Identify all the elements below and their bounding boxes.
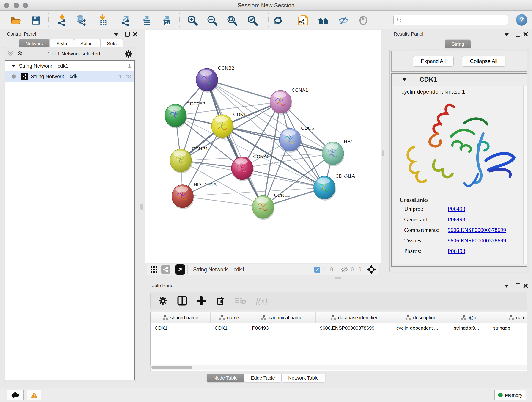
- duplicate-network-button[interactable]: [297, 14, 310, 27]
- node-label-CDC25B: CDC25B: [186, 101, 206, 106]
- hide-selected-button[interactable]: [337, 14, 350, 27]
- tab-style[interactable]: Style: [50, 39, 74, 48]
- column-header-shared-name[interactable]: shared name: [151, 313, 210, 323]
- edge-CCNB2-CCNE1[interactable]: [207, 80, 263, 207]
- column-header-namespace[interactable]: namespace: [489, 313, 527, 323]
- network-tab-panel: 1 of 1 Network selected String Network –…: [4, 47, 136, 382]
- node-CDK1[interactable]: [211, 115, 234, 139]
- first-neighbors-button[interactable]: [317, 14, 330, 27]
- warnings-button[interactable]: [27, 390, 41, 400]
- network-options-gear-icon[interactable]: [124, 50, 133, 58]
- crosslink-link[interactable]: 9606.ENSP00000378699: [448, 237, 506, 244]
- zoom-in-button[interactable]: [186, 14, 199, 27]
- expand-all-button[interactable]: Expand All: [413, 56, 454, 67]
- results-panel-title: Results Panel: [394, 31, 423, 37]
- delete-table-icon[interactable]: [234, 297, 246, 305]
- panel-menu-icon[interactable]: [114, 33, 119, 36]
- section-expander-icon[interactable]: [402, 78, 407, 81]
- import-network-from-database-button[interactable]: [75, 14, 88, 27]
- help-button[interactable]: ?: [516, 14, 527, 26]
- left-splitter-grip[interactable]: [140, 204, 143, 210]
- warning-icon: [30, 392, 38, 399]
- open-session-button[interactable]: [9, 14, 22, 27]
- tab-network-table[interactable]: Network Table: [282, 374, 325, 382]
- table-row[interactable]: CDK1CDK1P064939606.ENSP00000378699cyclin…: [151, 323, 527, 333]
- column-header-name[interactable]: name: [210, 313, 248, 323]
- node-CCNA2[interactable]: [231, 157, 254, 181]
- cloud-status-button[interactable]: [7, 390, 24, 400]
- network-collection-row[interactable]: String Network – cdk1 1: [5, 61, 134, 71]
- column-header--id[interactable]: @id: [450, 313, 489, 323]
- network-node-count: 11: [116, 74, 122, 80]
- node-HIST1H1A[interactable]: [172, 185, 194, 209]
- crosslink-link[interactable]: P06493: [448, 216, 465, 223]
- birds-eye-view-icon[interactable]: [175, 264, 185, 274]
- zoom-selected-button[interactable]: [246, 14, 259, 27]
- export-network-button[interactable]: [119, 14, 132, 27]
- export-table-button[interactable]: [139, 14, 152, 27]
- close-panel-icon[interactable]: [133, 32, 138, 36]
- tab-sets[interactable]: Sets: [100, 39, 123, 48]
- panel-menu-icon[interactable]: [504, 285, 509, 288]
- import-network-from-file-button[interactable]: [56, 14, 69, 27]
- node-CCNA1[interactable]: [270, 90, 292, 115]
- crosslink-link[interactable]: P06493: [448, 248, 465, 254]
- collapse-all-icon[interactable]: [7, 51, 14, 57]
- save-session-button[interactable]: [30, 14, 42, 27]
- float-panel-icon[interactable]: [125, 32, 130, 37]
- node-CDC25B[interactable]: [165, 104, 187, 128]
- export-image-button[interactable]: [160, 14, 172, 27]
- network-row[interactable]: String Network – cdk1 11 48: [5, 71, 134, 82]
- collapse-all-button[interactable]: Collapse All: [462, 56, 505, 67]
- string-view-icon[interactable]: [161, 265, 170, 274]
- search-field[interactable]: [393, 15, 508, 25]
- main-toolbar: ?: [0, 11, 532, 29]
- node-CCNB1[interactable]: [170, 149, 192, 173]
- zoom-out-button[interactable]: [206, 14, 219, 27]
- search-input[interactable]: [405, 17, 505, 23]
- network-canvas[interactable]: CCNB2CCNA1CDC25BCDK1CDC6RB1CCNB1CCNA2CDK…: [145, 30, 381, 263]
- edge-HIST1H1A-CCNE1[interactable]: [183, 196, 263, 207]
- table-options-gear-icon[interactable]: [158, 296, 167, 305]
- bottom-splitter-grip[interactable]: [335, 277, 341, 279]
- node-CDKN1A[interactable]: [314, 176, 336, 201]
- tab-edge-table[interactable]: Edge Table: [244, 374, 282, 382]
- expand-all-icon[interactable]: [16, 51, 23, 57]
- refresh-network-button[interactable]: [272, 14, 284, 27]
- delete-column-icon[interactable]: [215, 296, 225, 306]
- results-scrollbar[interactable]: [523, 86, 527, 264]
- zoom-fit-content-button[interactable]: [226, 14, 239, 27]
- tab-network[interactable]: Network: [19, 39, 50, 48]
- function-builder-icon[interactable]: f(x): [256, 296, 267, 306]
- cdk1-section-header[interactable]: CDK1: [392, 74, 527, 85]
- tree-expander-icon[interactable]: [11, 64, 16, 68]
- right-splitter-grip[interactable]: [382, 150, 385, 156]
- node-table: shared namenamecanonical namedatabase id…: [150, 312, 527, 371]
- crosslink-link[interactable]: P06493: [448, 206, 465, 212]
- node-CCNE1[interactable]: [252, 196, 274, 220]
- float-panel-icon[interactable]: [515, 32, 520, 37]
- tab-select[interactable]: Select: [74, 39, 100, 48]
- show-all-button[interactable]: [357, 14, 370, 27]
- pan-mode-icon[interactable]: [366, 264, 376, 274]
- column-header-database-identifier[interactable]: database identifier: [316, 313, 392, 323]
- node-RB1[interactable]: [322, 142, 344, 166]
- column-header-canonical-name[interactable]: canonical name: [248, 313, 316, 323]
- create-column-icon[interactable]: [197, 296, 206, 305]
- tab-string[interactable]: String: [445, 39, 471, 48]
- close-panel-icon[interactable]: [523, 283, 528, 288]
- selected-nodes-checkbox[interactable]: [314, 267, 320, 273]
- column-header-description[interactable]: description: [392, 313, 450, 323]
- scrollbar-thumb[interactable]: [152, 366, 192, 369]
- crosslink-link[interactable]: 9606.ENSP00000378699: [448, 227, 506, 233]
- float-panel-icon[interactable]: [515, 283, 520, 288]
- show-columns-icon[interactable]: [177, 296, 187, 306]
- memory-button[interactable]: Memory: [494, 390, 526, 400]
- tab-node-table[interactable]: Node Table: [207, 374, 244, 382]
- close-panel-icon[interactable]: [523, 32, 528, 36]
- control-panel-tabs: NetworkStyleSelectSets: [19, 39, 123, 48]
- import-table-from-file-button[interactable]: [96, 14, 109, 27]
- panel-menu-icon[interactable]: [504, 33, 509, 36]
- grid-view-icon[interactable]: [150, 266, 158, 274]
- table-horizontal-scrollbar[interactable]: [150, 365, 527, 370]
